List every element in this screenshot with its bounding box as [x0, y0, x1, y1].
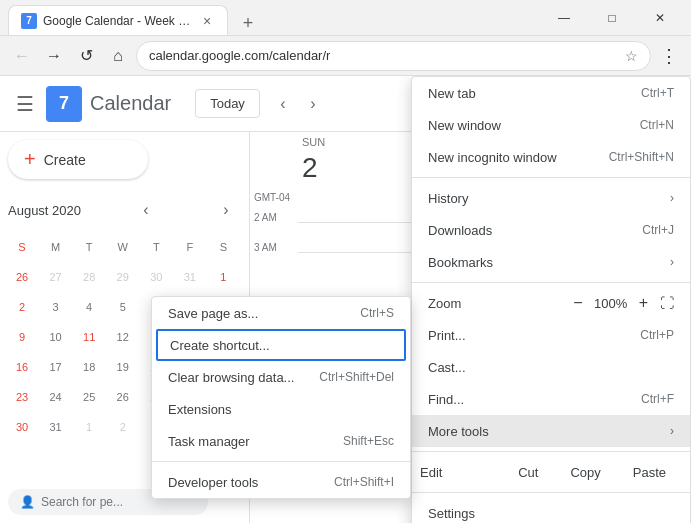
day-header-mon: M: [42, 233, 70, 261]
mini-day-17[interactable]: 11: [75, 323, 103, 351]
mini-day-9[interactable]: 3: [42, 293, 70, 321]
menu-item-new-window[interactable]: New window Ctrl+N: [412, 109, 690, 141]
cut-button[interactable]: Cut: [502, 461, 554, 484]
mini-day-1[interactable]: 26: [8, 263, 36, 291]
close-window-button[interactable]: ✕: [637, 3, 683, 33]
zoom-minus-button[interactable]: −: [569, 294, 586, 312]
sun-label: SUN: [302, 136, 325, 148]
forward-button[interactable]: →: [40, 42, 68, 70]
menu-item-zoom: Zoom − 100% + ⛶: [412, 287, 690, 319]
submenu-item-create-shortcut[interactable]: Create shortcut...: [156, 329, 406, 361]
mini-day-16[interactable]: 10: [42, 323, 70, 351]
address-bar: ← → ↺ ⌂ calendar.google.com/calendar/r ☆…: [0, 36, 691, 76]
mini-day-10[interactable]: 4: [75, 293, 103, 321]
reload-button[interactable]: ↺: [72, 42, 100, 70]
menu-item-find[interactable]: Find... Ctrl+F: [412, 383, 690, 415]
mini-day-31[interactable]: 25: [75, 383, 103, 411]
mini-day-2[interactable]: 27: [42, 263, 70, 291]
mini-day-36[interactable]: 30: [8, 413, 36, 441]
browser-frame: 7 Google Calendar - Week of Aug... × + —…: [0, 0, 691, 523]
day-header-thu: T: [142, 233, 170, 261]
copy-button[interactable]: Copy: [554, 461, 616, 484]
maximize-button[interactable]: □: [589, 3, 635, 33]
mini-day-38[interactable]: 1: [75, 413, 103, 441]
calendar-next-button[interactable]: ›: [298, 89, 328, 119]
menu-item-downloads-label: Downloads: [428, 223, 642, 238]
submenu-item-devtools[interactable]: Developer tools Ctrl+Shift+I: [152, 466, 410, 498]
window-controls: — □ ✕: [541, 3, 683, 33]
mini-day-11[interactable]: 5: [109, 293, 137, 321]
mini-day-4[interactable]: 29: [109, 263, 137, 291]
submenu-item-save-page[interactable]: Save page as... Ctrl+S: [152, 297, 410, 329]
mini-day-32[interactable]: 26: [109, 383, 137, 411]
bookmarks-arrow-icon: ›: [670, 255, 674, 269]
mini-cal-prev[interactable]: ‹: [131, 195, 161, 225]
url-text: calendar.google.com/calendar/r: [149, 48, 625, 63]
menu-item-incognito[interactable]: New incognito window Ctrl+Shift+N: [412, 141, 690, 173]
mini-day-6[interactable]: 31: [176, 263, 204, 291]
edit-buttons: Cut Copy Paste: [502, 461, 682, 484]
mini-day-7[interactable]: 1: [209, 263, 237, 291]
submenu-item-extensions[interactable]: Extensions: [152, 393, 410, 425]
separator-4: [412, 492, 690, 493]
tab-favicon: 7: [21, 13, 37, 29]
menu-item-settings[interactable]: Settings: [412, 497, 690, 523]
url-bar[interactable]: calendar.google.com/calendar/r ☆: [136, 41, 651, 71]
mini-cal-title: August 2020: [8, 203, 81, 218]
submenu-item-clear-browsing[interactable]: Clear browsing data... Ctrl+Shift+Del: [152, 361, 410, 393]
new-tab-button[interactable]: +: [236, 11, 260, 35]
minimize-button[interactable]: —: [541, 3, 587, 33]
create-event-button[interactable]: + Create: [8, 140, 148, 179]
mini-day-15[interactable]: 9: [8, 323, 36, 351]
mini-day-18[interactable]: 12: [109, 323, 137, 351]
menu-item-history[interactable]: History ›: [412, 182, 690, 214]
active-tab[interactable]: 7 Google Calendar - Week of Aug... ×: [8, 5, 228, 35]
menu-item-cast-label: Cast...: [428, 360, 674, 375]
calendar-prev-button[interactable]: ‹: [268, 89, 298, 119]
tab-close-button[interactable]: ×: [199, 13, 215, 29]
menu-item-cast[interactable]: Cast...: [412, 351, 690, 383]
menu-item-new-window-shortcut: Ctrl+N: [640, 118, 674, 132]
bookmark-star-icon[interactable]: ☆: [625, 48, 638, 64]
menu-item-more-tools[interactable]: More tools ›: [412, 415, 690, 447]
mini-day-39[interactable]: 2: [109, 413, 137, 441]
mini-day-37[interactable]: 31: [42, 413, 70, 441]
browser-menu-button[interactable]: ⋮: [655, 42, 683, 70]
gmt-label: GMT-04: [254, 192, 290, 203]
menu-item-downloads-shortcut: Ctrl+J: [642, 223, 674, 237]
mini-day-22[interactable]: 16: [8, 353, 36, 381]
mini-cal-next[interactable]: ›: [211, 195, 241, 225]
mini-day-24[interactable]: 18: [75, 353, 103, 381]
search-people-icon: 👤: [20, 495, 35, 509]
home-button[interactable]: ⌂: [104, 42, 132, 70]
extensions-label: Extensions: [168, 402, 394, 417]
menu-item-bookmarks[interactable]: Bookmarks ›: [412, 246, 690, 278]
calendar-nav-arrows: ‹ ›: [268, 89, 328, 119]
devtools-label: Developer tools: [168, 475, 334, 490]
mini-day-3[interactable]: 28: [75, 263, 103, 291]
back-button[interactable]: ←: [8, 42, 36, 70]
clear-browsing-shortcut: Ctrl+Shift+Del: [319, 370, 394, 384]
devtools-shortcut: Ctrl+Shift+I: [334, 475, 394, 489]
paste-button[interactable]: Paste: [617, 461, 682, 484]
zoom-fullscreen-icon[interactable]: ⛶: [660, 295, 674, 311]
mini-day-5[interactable]: 30: [142, 263, 170, 291]
menu-item-print[interactable]: Print... Ctrl+P: [412, 319, 690, 351]
menu-item-new-tab[interactable]: New tab Ctrl+T: [412, 77, 690, 109]
mini-day-30[interactable]: 24: [42, 383, 70, 411]
menu-item-downloads[interactable]: Downloads Ctrl+J: [412, 214, 690, 246]
today-button[interactable]: Today: [195, 89, 260, 118]
mini-day-25[interactable]: 19: [109, 353, 137, 381]
mini-day-29[interactable]: 23: [8, 383, 36, 411]
day-header-wed: W: [109, 233, 137, 261]
mini-day-23[interactable]: 17: [42, 353, 70, 381]
zoom-plus-button[interactable]: +: [635, 294, 652, 312]
mini-day-8[interactable]: 2: [8, 293, 36, 321]
more-tools-submenu: Save page as... Ctrl+S Create shortcut..…: [151, 296, 411, 499]
edit-label: Edit: [420, 465, 502, 480]
submenu-item-task-manager[interactable]: Task manager Shift+Esc: [152, 425, 410, 457]
task-manager-shortcut: Shift+Esc: [343, 434, 394, 448]
menu-item-settings-label: Settings: [428, 506, 674, 521]
hamburger-menu-icon[interactable]: ☰: [16, 92, 34, 116]
page-content: ☰ 7 Calendar Today ‹ › + Create: [0, 76, 691, 523]
